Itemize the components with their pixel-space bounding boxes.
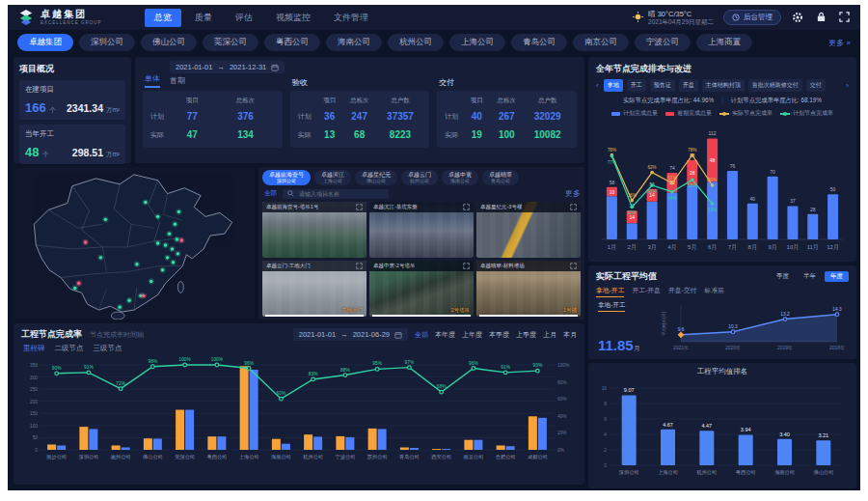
settings-icon[interactable]: [791, 11, 804, 24]
plan-bar[interactable]: [144, 438, 152, 450]
actual-bar[interactable]: [345, 437, 354, 450]
tile-expand-icon[interactable]: [356, 263, 363, 269]
plan-bar[interactable]: [112, 445, 121, 450]
plan-bar[interactable]: [647, 202, 658, 239]
alert-project-dot[interactable]: [142, 294, 145, 297]
stat-card-under-construction[interactable]: 在建项目 166 个 2341.34 万m²: [19, 80, 125, 120]
project-dot[interactable]: [171, 247, 174, 250]
plan-bar[interactable]: [627, 223, 637, 239]
company-tab[interactable]: 佛山公司: [141, 34, 197, 51]
company-tab[interactable]: 宁波公司: [635, 34, 691, 51]
avg-toggle-季度[interactable]: 季度: [771, 271, 795, 282]
avg-toggle-年度[interactable]: 年度: [825, 271, 849, 282]
plan-bar[interactable]: [47, 444, 56, 450]
bottom-filter-上年度[interactable]: 上年度: [462, 330, 482, 340]
lock-icon[interactable]: [814, 11, 827, 24]
plan-bar[interactable]: [727, 171, 738, 239]
plan-bar[interactable]: [497, 445, 505, 450]
project-dot[interactable]: [104, 218, 107, 221]
video-project-tab[interactable]: 卓越晴翠青岛公司: [482, 170, 519, 185]
video-tile[interactable]: 卓越中寰-2号塔吊2号塔吊: [369, 261, 474, 317]
company-tab[interactable]: 粤西公司: [264, 34, 320, 51]
video-filter-all[interactable]: 全部: [264, 189, 277, 198]
project-dot[interactable]: [119, 305, 122, 308]
actual-bar[interactable]: [410, 448, 419, 450]
avg-tab-标准层[interactable]: 标准层: [704, 286, 723, 297]
avg-toggle-半年[interactable]: 半年: [798, 271, 822, 282]
video-tile[interactable]: 卓越滨江-基坑东侧: [369, 202, 474, 258]
company-tab[interactable]: 莞深公司: [203, 34, 258, 51]
actual-bar[interactable]: [57, 445, 66, 450]
project-dot[interactable]: [168, 232, 171, 235]
rank-bar[interactable]: [816, 440, 830, 465]
bottom-tab-三级节点[interactable]: 三级节点: [94, 344, 122, 353]
actual-bar[interactable]: [506, 446, 515, 450]
plan-bar[interactable]: [827, 194, 838, 239]
bottom-tab-里程碑[interactable]: 里程碑: [23, 344, 45, 353]
annual-filter-开工[interactable]: 开工: [627, 79, 646, 92]
actual-bar[interactable]: [122, 447, 130, 450]
plan-bar[interactable]: [272, 439, 281, 450]
nav-item-文件管理[interactable]: 文件管理: [324, 9, 378, 27]
project-dot[interactable]: [164, 243, 167, 246]
video-search-input[interactable]: [297, 190, 384, 198]
bottom-filter-上季度[interactable]: 上季度: [516, 330, 536, 340]
plan-bar[interactable]: [787, 206, 798, 239]
tile-expand-icon[interactable]: [356, 204, 363, 210]
plan-bar[interactable]: [747, 204, 758, 239]
company-tab[interactable]: 南京公司: [573, 34, 629, 51]
video-more-link[interactable]: 更多: [565, 188, 581, 199]
project-dot[interactable]: [73, 287, 76, 290]
actual-bar[interactable]: [313, 436, 322, 450]
tile-expand-icon[interactable]: [570, 263, 577, 269]
nav-item-总览[interactable]: 总览: [145, 9, 181, 27]
actual-bar[interactable]: [378, 429, 387, 450]
actual-bar[interactable]: [250, 370, 258, 450]
bottom-filter-全部[interactable]: 全部: [415, 330, 428, 340]
video-search[interactable]: [283, 189, 389, 199]
alert-project-dot[interactable]: [77, 282, 80, 285]
project-dot[interactable]: [177, 210, 180, 213]
video-tile[interactable]: 卓越云门-工地大门工地大门: [262, 261, 366, 317]
video-tile[interactable]: 卓越前海壹号-塔吊1号: [262, 202, 366, 258]
plan-bar[interactable]: [336, 436, 344, 450]
rank-bar[interactable]: [777, 439, 792, 465]
company-tab[interactable]: 青岛公司: [511, 34, 567, 51]
tile-expand-icon[interactable]: [463, 204, 470, 210]
plan-bar[interactable]: [304, 434, 312, 450]
video-project-tab[interactable]: 卓越云门杭州公司: [401, 170, 438, 185]
actual-bar[interactable]: [538, 418, 547, 450]
video-project-tab[interactable]: 卓越前海壹号深圳公司: [262, 170, 311, 185]
actual-bar[interactable]: [217, 436, 226, 450]
plan-bar[interactable]: [240, 366, 249, 450]
bottom-filter-本月[interactable]: 本月: [563, 330, 577, 340]
avg-tab-开工-开盘[interactable]: 开工-开盘: [632, 286, 660, 297]
admin-button[interactable]: 后台管理: [723, 10, 781, 25]
legend-item[interactable]: 计划完成总量: [611, 109, 658, 118]
video-tile[interactable]: 卓越晴翠-材料堆场1号楼: [476, 261, 581, 317]
actual-bar[interactable]: [282, 444, 290, 450]
bottom-tab-二级节点[interactable]: 二级节点: [55, 344, 84, 353]
chevron-left-icon[interactable]: ‹: [596, 81, 599, 90]
project-dot[interactable]: [156, 215, 159, 218]
date-range-picker[interactable]: 2021-01-01 → 2021-12-31: [170, 61, 285, 73]
actual-bar[interactable]: [89, 429, 97, 450]
company-tab[interactable]: 上海商置: [696, 34, 752, 51]
plan-bar[interactable]: [176, 410, 184, 450]
plan-bar[interactable]: [207, 436, 216, 450]
plan-bar[interactable]: [400, 447, 409, 450]
annual-filter-首批次精装修交付[interactable]: 首批次精装修交付: [748, 79, 802, 92]
annual-filter-拿地[interactable]: 拿地: [604, 79, 623, 92]
bottom-filter-本季度[interactable]: 本季度: [489, 330, 509, 340]
project-dot[interactable]: [144, 201, 147, 204]
bottom-subtitle[interactable]: 节点完成率时间轴: [90, 330, 144, 340]
rank-bar[interactable]: [622, 395, 637, 465]
project-dot[interactable]: [135, 263, 138, 265]
fullscreen-icon[interactable]: [837, 11, 851, 24]
company-more-link[interactable]: 更多 »: [828, 38, 851, 48]
project-dot[interactable]: [156, 241, 159, 244]
plan-bar[interactable]: [768, 177, 778, 239]
chevron-right-icon[interactable]: ›: [846, 81, 849, 90]
legend-item[interactable]: 实际节点完成率: [719, 109, 773, 118]
project-dot[interactable]: [149, 280, 152, 283]
